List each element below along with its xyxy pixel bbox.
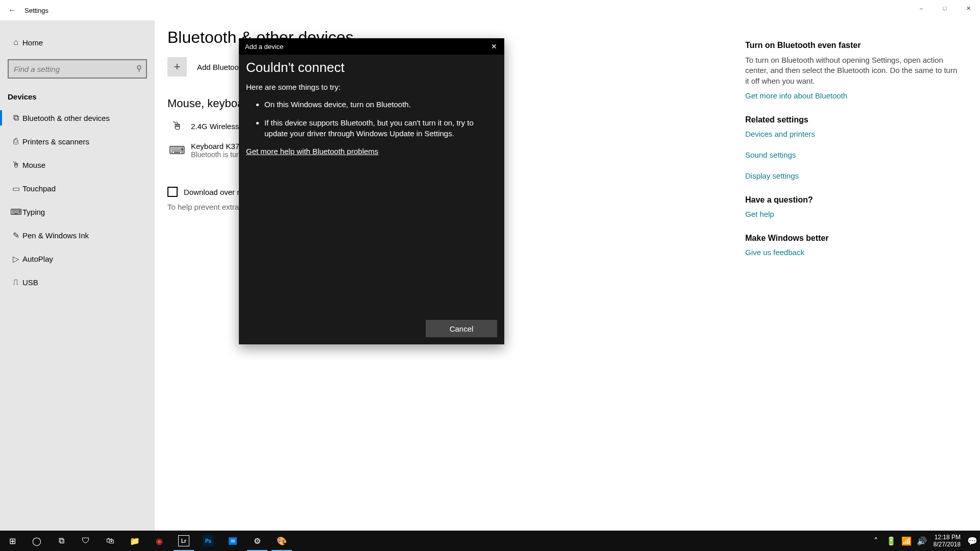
sidebar: ⌂ Home ⚲ Devices ⧉ Bluetooth & other dev… [0, 20, 155, 531]
back-button[interactable]: ← [0, 6, 24, 15]
taskbar-settings[interactable]: ⚙ [245, 531, 270, 551]
cortana-button[interactable]: ◯ [24, 531, 49, 551]
autoplay-icon: ▷ [9, 254, 22, 264]
dialog-bullet-2: If this device supports Bluetooth, but y… [264, 118, 497, 139]
bluetooth-devices-icon: ⧉ [9, 113, 22, 122]
search-icon: ⚲ [136, 64, 142, 73]
home-icon: ⌂ [9, 38, 22, 47]
sidebar-item-printers[interactable]: ⎙ Printers & scanners [0, 130, 155, 153]
link-bluetooth-info[interactable]: Get more info about Bluetooth [745, 91, 960, 100]
keyboard-device-icon: ⌨ [167, 144, 187, 157]
sidebar-item-bluetooth[interactable]: ⧉ Bluetooth & other devices [0, 106, 155, 130]
taskbar-lightroom[interactable]: Lr [172, 531, 196, 551]
sidebar-item-touchpad[interactable]: ▭ Touchpad [0, 177, 155, 200]
home-label: Home [22, 38, 43, 47]
pen-icon: ✎ [9, 231, 22, 240]
taskbar-explorer[interactable]: 📁 [122, 531, 147, 551]
tray-action-center[interactable]: 💬 [965, 531, 980, 551]
rc-related-head: Related settings [745, 115, 960, 124]
metered-checkbox[interactable] [167, 187, 178, 197]
mouse-icon: 🖱 [9, 160, 22, 169]
dialog-cancel-button[interactable]: Cancel [426, 320, 497, 337]
add-label: Add Bluetooth [197, 63, 245, 71]
taskbar-defender[interactable]: 🛡 [74, 531, 98, 551]
link-give-feedback[interactable]: Give us feedback [745, 248, 960, 257]
dialog-close-button[interactable]: ✕ [484, 42, 504, 51]
window-title: Settings [24, 7, 48, 14]
sidebar-item-pen[interactable]: ✎ Pen & Windows Ink [0, 223, 155, 247]
rc-bluetooth-faster-head: Turn on Bluetooth even faster [745, 41, 960, 50]
rc-question-head: Have a question? [745, 195, 960, 205]
dialog-title: Add a device [245, 43, 283, 51]
sidebar-item-typing[interactable]: ⌨ Typing [0, 200, 155, 223]
taskbar-mail[interactable]: ✉ [220, 531, 245, 551]
right-column: Turn on Bluetooth even faster To turn on… [745, 20, 980, 531]
printer-icon: ⎙ [9, 137, 22, 146]
taskbar-store[interactable]: 🛍 [98, 531, 122, 551]
tray-clock[interactable]: 12:18 PM 8/27/2018 [929, 534, 965, 548]
taskbar-photoshop[interactable]: Ps [196, 531, 220, 551]
add-device-dialog: Add a device ✕ Couldn't connect Here are… [239, 38, 504, 344]
taskbar: ⊞ ◯ ⧉ 🛡 🛍 📁 ◉ Lr Ps ✉ ⚙ 🎨 ˄ 🔋 📶 🔊 12:18 … [0, 531, 980, 551]
tray-volume-icon[interactable]: 🔊 [914, 531, 929, 551]
sidebar-home[interactable]: ⌂ Home [0, 31, 155, 54]
dialog-heading: Couldn't connect [246, 60, 497, 76]
maximize-button[interactable]: □ [933, 0, 957, 16]
dialog-help-link[interactable]: Get more help with Bluetooth problems [246, 147, 378, 156]
link-get-help[interactable]: Get help [745, 210, 960, 218]
metered-checkbox-label: Download over me [184, 188, 248, 196]
rc-bluetooth-faster-text: To turn on Bluetooth without opening Set… [745, 55, 960, 86]
sidebar-item-autoplay[interactable]: ▷ AutoPlay [0, 247, 155, 270]
close-button[interactable]: ✕ [957, 0, 980, 16]
start-button[interactable]: ⊞ [0, 531, 24, 551]
mouse-device-icon: 🖱 [167, 119, 187, 133]
sidebar-item-usb[interactable]: ⎍ USB [0, 270, 155, 294]
tray-overflow[interactable]: ˄ [868, 531, 884, 551]
keyboard-icon: ⌨ [9, 207, 22, 217]
search-input[interactable] [8, 59, 147, 79]
tray-wifi-icon[interactable]: 📶 [899, 531, 914, 551]
taskbar-chrome[interactable]: ◉ [147, 531, 172, 551]
add-icon: + [167, 57, 187, 77]
sidebar-section-head: Devices [0, 85, 155, 106]
tray-battery-icon[interactable]: 🔋 [884, 531, 899, 551]
minimize-button[interactable]: – [910, 0, 933, 16]
rc-feedback-head: Make Windows better [745, 234, 960, 243]
link-display-settings[interactable]: Display settings [745, 171, 960, 180]
link-devices-printers[interactable]: Devices and printers [745, 130, 960, 138]
task-view-button[interactable]: ⧉ [49, 531, 74, 551]
sidebar-item-mouse[interactable]: 🖱 Mouse [0, 153, 155, 177]
taskbar-paint[interactable]: 🎨 [270, 531, 294, 551]
dialog-bullet-1: On this Windows device, turn on Bluetoot… [264, 99, 497, 110]
link-sound-settings[interactable]: Sound settings [745, 151, 960, 159]
dialog-subhead: Here are some things to try: [246, 83, 497, 91]
touchpad-icon: ▭ [9, 184, 22, 193]
usb-icon: ⎍ [9, 278, 22, 287]
